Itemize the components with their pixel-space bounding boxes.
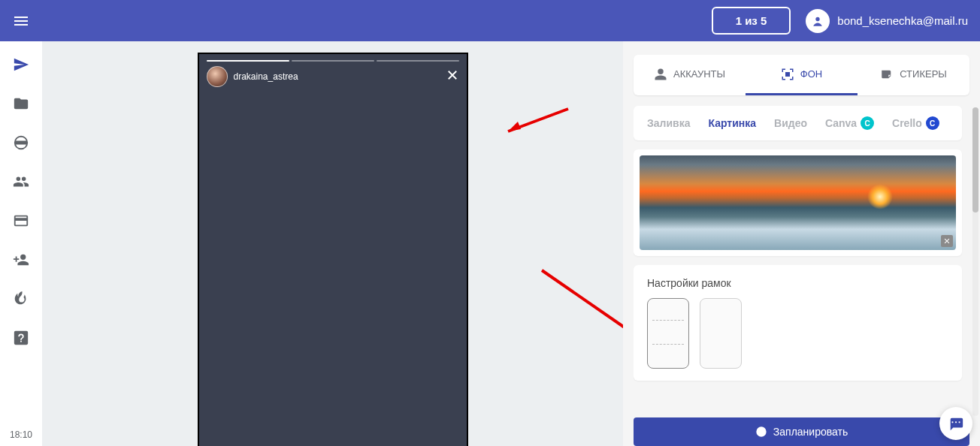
- user-email: bond_ksenechka@mail.ru: [837, 14, 968, 27]
- annotation-arrow-1: [497, 105, 572, 138]
- sticker-icon: [880, 68, 894, 81]
- story-username: drakaina_astrea: [234, 71, 440, 82]
- sidebar-add-user[interactable]: [9, 250, 33, 270]
- sidebar-payment[interactable]: [9, 211, 33, 231]
- background-thumbnail: [640, 155, 956, 250]
- story-preview[interactable]: drakaina_astrea: [198, 53, 468, 446]
- main-tabs: АККАУНТЫ ФОН СТИКЕРЫ: [634, 55, 969, 95]
- frame-option-full[interactable]: [700, 298, 742, 369]
- sidebar-trending[interactable]: [9, 289, 33, 309]
- sidebar: 18:10: [0, 41, 42, 446]
- tab-background-label: ФОН: [800, 68, 822, 80]
- avatar: [806, 9, 830, 33]
- user-icon: [654, 68, 667, 81]
- clock-plus-icon: [755, 426, 767, 438]
- story-counter[interactable]: 1 из 5: [712, 7, 791, 35]
- tab-background[interactable]: ФОН: [746, 55, 858, 95]
- sidebar-help[interactable]: [9, 328, 33, 348]
- story-background: [199, 54, 467, 446]
- chat-icon: [948, 415, 964, 432]
- frame-settings-card: Настройки рамок: [634, 265, 962, 381]
- panel-scrollbar[interactable]: [972, 107, 978, 416]
- sidebar-folder[interactable]: [9, 94, 33, 113]
- svg-point-1: [816, 17, 820, 20]
- frame-settings-title: Настройки рамок: [647, 277, 948, 289]
- story-progress: [199, 54, 467, 62]
- right-panel: АККАУНТЫ ФОН СТИКЕРЫ Заливка Картинка Ви…: [623, 41, 980, 446]
- sidebar-globe[interactable]: [9, 133, 33, 152]
- delete-image-button[interactable]: [941, 235, 953, 247]
- tab-accounts-label: АККАУНТЫ: [673, 68, 725, 80]
- annotation-arrow-2: [534, 267, 623, 352]
- schedule-button[interactable]: Запланировать: [634, 417, 969, 446]
- subtab-image[interactable]: Картинка: [708, 117, 756, 129]
- story-avatar: [207, 66, 228, 87]
- subtab-crello[interactable]: Crello C: [892, 116, 939, 130]
- workspace: drakaina_astrea: [42, 41, 623, 446]
- subtab-canva[interactable]: Canva C: [825, 116, 874, 130]
- tab-accounts[interactable]: АККАУНТЫ: [634, 55, 746, 95]
- menu-button[interactable]: [12, 12, 30, 30]
- subtab-video[interactable]: Видео: [774, 117, 807, 129]
- subtab-row: Заливка Картинка Видео Canva C Crello C: [634, 106, 962, 140]
- sidebar-publish[interactable]: [9, 55, 33, 74]
- sidebar-users[interactable]: [9, 172, 33, 191]
- subtab-fill[interactable]: Заливка: [647, 117, 690, 129]
- image-icon: [781, 68, 794, 81]
- user-menu[interactable]: bond_ksenechka@mail.ru: [806, 9, 968, 33]
- schedule-label: Запланировать: [773, 426, 848, 438]
- chat-fab[interactable]: [939, 407, 972, 440]
- background-image-slot[interactable]: [634, 149, 962, 256]
- tab-stickers-label: СТИКЕРЫ: [900, 68, 947, 80]
- frame-option-letterbox[interactable]: [647, 298, 689, 369]
- topbar: 1 из 5 bond_ksenechka@mail.ru: [0, 0, 980, 41]
- close-icon[interactable]: [446, 68, 459, 85]
- sidebar-time: 18:10: [10, 429, 32, 446]
- tab-stickers[interactable]: СТИКЕРЫ: [858, 55, 969, 95]
- canva-badge-icon: C: [861, 116, 874, 130]
- crello-badge-icon: C: [926, 116, 939, 130]
